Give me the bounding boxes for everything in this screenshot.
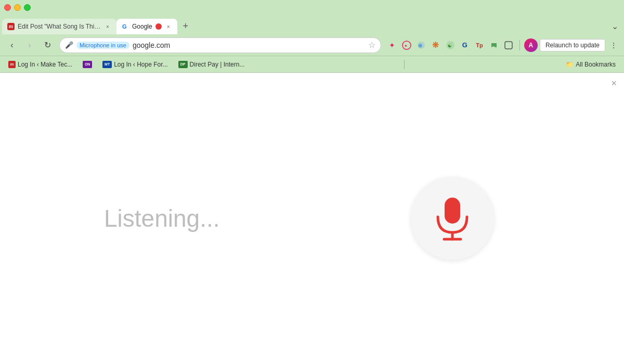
back-button[interactable]: ‹ [4,37,20,53]
mic-in-use-badge: Microphone in use [76,42,129,49]
forward-button[interactable]: › [22,37,37,53]
page-content: × Listening... [0,73,624,364]
tab-favicon-2: G [122,23,129,30]
relaunch-button[interactable]: Relaunch to update [540,39,605,51]
voice-search-area: Listening... [0,73,624,364]
all-bookmarks-button[interactable]: 📁 All Bookmarks [562,59,620,70]
extension-icon-2[interactable]: ✦ [400,38,413,52]
tab-edit-post[interactable]: m Edit Post "What Song Is This... × [2,19,116,34]
title-bar [0,0,624,15]
new-tab-button[interactable]: + [178,19,193,33]
bookmark-favicon-1: m [8,61,16,68]
tab-label-1: Edit Post "What Song Is This... [18,23,101,30]
tab-list-button[interactable]: ⌄ [607,19,622,33]
extension-icon-9[interactable] [502,38,515,52]
bookmark-label-4: Direct Pay | Intern... [190,61,245,68]
bookmarks-bar: m Log In ‹ Make Tec... ON MT Log In ‹ Ho… [0,56,624,73]
tab-recording-dot [155,23,162,30]
close-window-button[interactable] [4,4,11,11]
menu-button[interactable]: ⋮ [607,39,620,51]
profile-avatar[interactable]: A [524,38,538,52]
relaunch-label: Relaunch to update [545,42,600,49]
all-bookmarks-label: All Bookmarks [576,61,616,68]
mic-icon: 🎤 [65,41,73,49]
address-url[interactable]: google.com [133,41,365,49]
extension-icon-8[interactable] [487,38,501,52]
bookmark-item-1[interactable]: m Log In ‹ Make Tec... [4,59,76,70]
tab-google[interactable]: G Google × [116,19,177,34]
extension-icon-5[interactable]: ☯ [444,38,457,52]
maximize-window-button[interactable] [24,4,31,11]
listening-label: Listening... [104,204,219,232]
svg-rect-9 [445,198,460,224]
svg-text:G: G [122,23,127,30]
tab-favicon-1: m [7,23,15,30]
mic-circle[interactable] [411,177,494,260]
extension-icon-3[interactable]: ⊕ [414,38,428,52]
bookmark-item-4[interactable]: DP Direct Pay | Intern... [174,59,249,70]
folder-icon: 📁 [566,61,574,68]
bookmark-label-3: Log In ‹ Hope For... [114,61,167,68]
tab-bar: m Edit Post "What Song Is This... × G Go… [0,15,624,34]
svg-text:☯: ☯ [447,43,451,48]
bookmark-favicon-2: ON [83,61,92,68]
bookmark-item-2[interactable]: ON [79,59,96,70]
minimize-window-button[interactable] [14,4,21,11]
tab-close-1[interactable]: × [104,23,111,30]
bookmark-favicon-4: DP [178,61,188,68]
svg-rect-8 [505,42,512,49]
tab-close-2[interactable]: × [165,23,172,30]
extension-icon-1[interactable]: ✦ [385,38,399,52]
bookmark-star-icon[interactable]: ☆ [368,40,375,50]
tab-label-2: Google [132,23,152,30]
extension-icon-6[interactable]: G [458,38,472,52]
bookmark-favicon-3: MT [102,61,112,68]
toolbar-divider [519,40,520,50]
refresh-button[interactable]: ↻ [40,37,55,53]
extension-icon-4[interactable]: ❋ [429,38,443,52]
microphone-icon [432,195,473,242]
bookmarks-divider [404,60,405,69]
svg-text:✦: ✦ [404,44,408,48]
bookmark-item-3[interactable]: MT Log In ‹ Hope For... [98,59,172,70]
toolbar: ‹ › ↻ 🎤 Microphone in use google.com ☆ ✦… [0,34,624,56]
address-bar[interactable]: 🎤 Microphone in use google.com ☆ [59,37,381,53]
svg-text:⊕: ⊕ [418,43,422,48]
bookmark-label-1: Log In ‹ Make Tec... [18,61,72,68]
extension-icons: ✦ ✦ ⊕ ❋ ☯ G Tp [385,38,515,52]
extension-icon-7[interactable]: Tp [473,38,486,52]
